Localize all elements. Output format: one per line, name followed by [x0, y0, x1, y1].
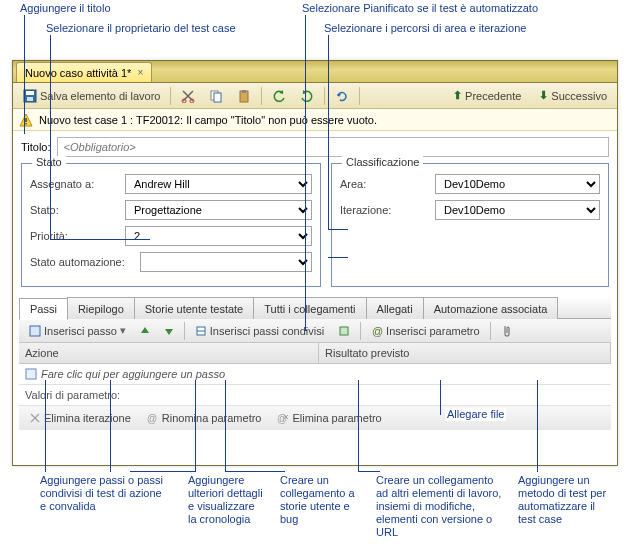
document-tab[interactable]: Nuovo caso attività 1* ×	[16, 62, 152, 82]
parameter-icon: @	[371, 325, 383, 337]
svg-rect-6	[214, 93, 221, 102]
tab-storie[interactable]: Storie utente testate	[134, 297, 254, 319]
insert-shared-step-button[interactable]: Inserisci passi condivisi	[191, 321, 328, 341]
state-select[interactable]: Progettazione	[125, 200, 312, 220]
move-up-button[interactable]	[136, 321, 154, 341]
shared-step-icon	[195, 325, 207, 337]
paste-icon	[237, 89, 251, 103]
arrow-down-icon: ⬇	[539, 89, 548, 102]
priority-label: Priorità:	[30, 230, 125, 242]
steps-grid-header: Azione Risultato previsto	[19, 343, 611, 364]
insert-step-label: Inserisci passo	[44, 325, 117, 337]
tab-allegati[interactable]: Allegati	[366, 297, 424, 319]
annotation-select-planned: Selezionare Pianificato se il test è aut…	[300, 2, 540, 15]
svg-rect-13	[340, 327, 348, 335]
paste-button[interactable]	[233, 86, 255, 106]
warning-icon	[19, 113, 33, 127]
validation-warning-text: Nuovo test case 1 : TF20012: Il campo "T…	[39, 114, 377, 126]
toolbar: Salva elemento di lavoro ⬆Precedente ⬇Su…	[13, 83, 617, 109]
svg-rect-10	[25, 123, 26, 124]
parameter-toolbar: Elimina iterazione @Rinomina parametro @…	[19, 406, 611, 430]
annotation-select-owner: Selezionare il proprietario del test cas…	[44, 22, 238, 35]
next-button[interactable]: ⬇Successivo	[535, 86, 611, 106]
cut-button[interactable]	[177, 86, 199, 106]
steps-toolbar: Inserisci passo▾ Inserisci passi condivi…	[19, 319, 611, 343]
paperclip-icon	[501, 324, 513, 338]
arrow-up-icon: ⬆	[453, 89, 462, 102]
annotation-add-title: Aggiungere il titolo	[18, 2, 113, 15]
disk-icon	[23, 89, 37, 103]
tab-automazione[interactable]: Automazione associata	[423, 297, 559, 319]
annotation-create-link-items: Creare un collegamento ad altri elementi…	[374, 474, 504, 539]
tab-riepilogo[interactable]: Riepilogo	[67, 297, 135, 319]
toolbar-separator	[360, 322, 361, 340]
insert-parameter-button[interactable]: @Inserisci parametro	[367, 321, 484, 341]
prev-button[interactable]: ⬆Precedente	[449, 86, 525, 106]
new-step-placeholder: Fare clic qui per aggiungere un passo	[41, 368, 225, 380]
toolbar-separator	[490, 322, 491, 340]
iteration-select[interactable]: Dev10Demo	[435, 200, 600, 220]
delete-parameter-button[interactable]: @Elimina parametro	[273, 408, 385, 428]
refresh-button[interactable]	[331, 86, 353, 106]
insert-step-icon	[29, 325, 41, 337]
toolbar-separator	[261, 87, 262, 105]
undo-icon	[272, 89, 286, 103]
assigned-select[interactable]: Andrew Hill	[125, 174, 312, 194]
validation-warning-bar: Nuovo test case 1 : TF20012: Il campo "T…	[13, 109, 617, 131]
toolbar-separator	[170, 87, 171, 105]
delete-iteration-button[interactable]: Elimina iterazione	[25, 408, 135, 428]
prev-label: Precedente	[465, 90, 521, 102]
automation-state-label: Stato automazione:	[30, 256, 140, 268]
delete-iteration-icon	[29, 412, 41, 424]
create-shared-icon	[338, 325, 350, 337]
tab-tutti[interactable]: Tutti i collegamenti	[253, 297, 366, 319]
svg-text:@: @	[277, 413, 287, 424]
toolbar-separator	[184, 322, 185, 340]
toolbar-separator	[324, 87, 325, 105]
automation-state-select[interactable]	[140, 252, 312, 272]
delete-iteration-label: Elimina iterazione	[44, 412, 131, 424]
attachment-button[interactable]	[497, 321, 517, 341]
priority-select[interactable]: 2	[125, 226, 312, 246]
title-label: Titolo:	[21, 141, 51, 153]
close-icon[interactable]: ×	[137, 67, 143, 78]
detail-tabs: Passi Riepilogo Storie utente testate Tu…	[19, 297, 611, 430]
delete-param-icon: @	[277, 412, 289, 424]
annotation-add-method: Aggiungere un metodo di test per automat…	[516, 474, 616, 526]
redo-button[interactable]	[296, 86, 318, 106]
state-label: Stato:	[30, 204, 125, 216]
redo-icon	[300, 89, 314, 103]
rename-parameter-button[interactable]: @Rinomina parametro	[143, 408, 266, 428]
title-input[interactable]	[57, 137, 609, 157]
col-action: Azione	[19, 343, 319, 363]
annotation-create-link-stories: Creare un collegamento a storie utente e…	[278, 474, 358, 526]
save-label: Salva elemento di lavoro	[40, 90, 160, 102]
delete-parameter-label: Elimina parametro	[292, 412, 381, 424]
title-row: Titolo:	[13, 131, 617, 163]
cut-icon	[181, 89, 195, 103]
insert-step-button[interactable]: Inserisci passo▾	[25, 321, 130, 341]
copy-button[interactable]	[205, 86, 227, 106]
copy-icon	[209, 89, 223, 103]
annotation-attach-file: Allegare file	[445, 408, 506, 421]
refresh-icon	[335, 89, 349, 103]
svg-rect-15	[26, 369, 36, 379]
annotation-add-details: Aggiungere ulteriori dettagli e visualiz…	[186, 474, 266, 526]
document-tabstrip: Nuovo caso attività 1* ×	[13, 61, 617, 83]
create-shared-steps-button[interactable]	[334, 321, 354, 341]
undo-button[interactable]	[268, 86, 290, 106]
steps-grid-new-row[interactable]: Fare clic qui per aggiungere un passo	[19, 364, 611, 385]
chevron-down-icon: ▾	[120, 324, 126, 337]
move-down-button[interactable]	[160, 321, 178, 341]
next-label: Successivo	[551, 90, 607, 102]
stato-fieldset: Stato Assegnato a:Andrew Hill Stato:Prog…	[21, 163, 321, 287]
svg-text:@: @	[147, 413, 157, 424]
svg-rect-1	[26, 91, 34, 95]
area-select[interactable]: Dev10Demo	[435, 174, 600, 194]
save-button[interactable]: Salva elemento di lavoro	[19, 86, 164, 106]
assigned-label: Assegnato a:	[30, 178, 125, 190]
svg-rect-11	[30, 326, 40, 336]
iteration-label: Iterazione:	[340, 204, 435, 216]
tab-passi[interactable]: Passi	[19, 298, 68, 320]
arrow-up-icon	[140, 325, 150, 337]
